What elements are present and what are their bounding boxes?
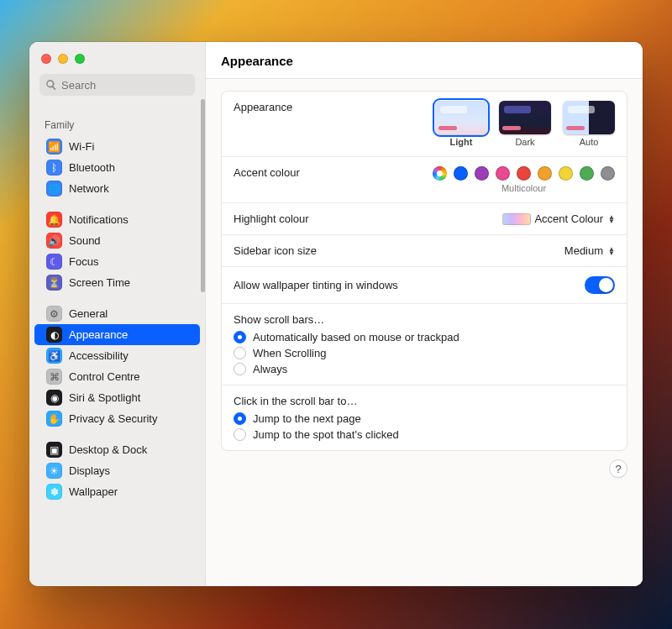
appearance-option-light[interactable]: Light [435,101,487,147]
sidebar-item-bluetooth[interactable]: ᛒBluetooth [34,157,200,178]
scrollbars-radio-group: Automatically based on mouse or trackpad… [234,331,459,375]
sidebar-item-label: Siri & Spotlight [69,391,140,404]
wifi-icon: 📶 [46,139,62,155]
sound-icon: 🔊 [46,233,62,249]
sidebar-item-siri[interactable]: ◉Siri & Spotlight [34,387,200,408]
click-scroll-label: Click in the scroll bar to… [234,395,357,407]
sidebar-item-focus[interactable]: ☾Focus [34,251,200,272]
accent-caption: Multicolour [433,183,615,193]
row-wallpaper-tinting: Allow wallpaper tinting in windows [222,267,627,304]
minimize-button[interactable] [58,54,68,64]
accent-label: Accent colour [234,166,300,179]
highlight-select[interactable]: Accent Colour ▲▼ [502,212,615,225]
row-sidebar-icon-size: Sidebar icon size Medium ▲▼ [222,235,627,267]
sidebar-item-label: Wi-Fi [69,140,94,153]
page-title: Appearance [206,42,643,79]
sidebar-scrollbar[interactable] [200,99,205,586]
appearance-icon: ◐ [46,327,62,343]
sidebar-icon-label: Sidebar icon size [234,244,317,257]
accent-swatch[interactable] [601,166,615,181]
tinting-toggle[interactable] [585,276,615,294]
sidebar-item-label: Wallpaper [69,485,118,498]
sidebar-section-family: Family [29,101,205,136]
sidebar-item-network[interactable]: 🌐Network [34,178,200,199]
sidebar-scrollbar-thumb[interactable] [201,99,205,292]
window-controls [29,42,205,72]
sidebar-item-appearance[interactable]: ◐Appearance [34,324,200,345]
accent-swatch[interactable] [538,166,552,181]
sidebar-item-label: Displays [69,464,110,477]
gear-icon: ⚙ [46,306,62,322]
sidebar-item-controlcentre[interactable]: ⌘Control Centre [34,366,200,387]
appearance-thumbnail-icon [499,101,551,134]
radio-label: When Scrolling [253,347,326,359]
radio-option[interactable]: When Scrolling [234,347,459,359]
accessibility-icon: ♿ [46,348,62,364]
focus-icon: ☾ [46,254,62,270]
radio-icon [234,331,246,343]
accent-swatch[interactable] [580,166,594,181]
row-scrollbars: Show scroll bars… Automatically based on… [222,304,627,385]
appearance-option-auto[interactable]: Auto [563,101,615,147]
accent-swatch[interactable] [454,166,468,181]
sidebar-item-label: Focus [69,255,98,268]
row-accent: Accent colour Multicolour [222,157,627,203]
sidebar-item-label: Control Centre [69,370,140,383]
appearance-label: Appearance [234,101,292,113]
sidebar-item-label: Privacy & Security [69,412,157,425]
accent-swatch[interactable] [433,166,447,181]
sidebar-item-gear[interactable]: ⚙General [34,303,200,324]
appearance-option-label: Dark [515,137,534,147]
privacy-icon: ✋ [46,411,62,427]
sidebar-item-sound[interactable]: 🔊Sound [34,230,200,251]
sidebar-item-label: Appearance [69,328,128,341]
highlight-label: Highlight colour [234,212,309,225]
sidebar-item-dock[interactable]: ▣Desktop & Dock [34,439,200,460]
radio-icon [234,347,246,359]
radio-option[interactable]: Automatically based on mouse or trackpad [234,331,459,343]
radio-icon [234,412,246,425]
radio-label: Always [253,363,287,375]
dock-icon: ▣ [46,442,62,458]
appearance-option-dark[interactable]: Dark [499,101,551,147]
accent-swatch[interactable] [475,166,489,181]
accent-swatch[interactable] [517,166,531,181]
radio-option[interactable]: Jump to the spot that's clicked [234,428,399,441]
zoom-button[interactable] [75,54,85,64]
sidebar-item-displays[interactable]: ☀Displays [34,460,200,481]
appearance-option-label: Light [450,137,473,147]
controlcentre-icon: ⌘ [46,369,62,385]
sidebar-item-wallpaper[interactable]: ✽Wallpaper [34,481,200,502]
siri-icon: ◉ [46,390,62,406]
sidebar-icon-select[interactable]: Medium ▲▼ [564,244,615,257]
search-input[interactable] [39,74,195,96]
sidebar-item-wifi[interactable]: 📶Wi-Fi [34,136,200,157]
close-button[interactable] [41,54,51,64]
radio-option[interactable]: Always [234,363,459,375]
sidebar-item-screentime[interactable]: ⏳Screen Time [34,272,200,293]
sidebar-scroll[interactable]: Family 📶Wi-FiᛒBluetooth🌐Network🔔Notifica… [29,101,205,586]
accent-swatch[interactable] [496,166,510,181]
radio-label: Jump to the next page [253,412,361,425]
help-button[interactable]: ? [609,459,627,478]
settings-window: Family 📶Wi-FiᛒBluetooth🌐Network🔔Notifica… [29,42,643,586]
chevron-updown-icon: ▲▼ [608,215,615,223]
appearance-panel: Appearance LightDarkAuto Accent colour M… [221,91,627,451]
row-appearance: Appearance LightDarkAuto [222,92,627,157]
radio-icon [234,428,246,441]
sidebar-item-bell[interactable]: 🔔Notifications [34,209,200,230]
appearance-thumbnail-icon [563,101,615,134]
scrollbars-label: Show scroll bars… [234,313,324,326]
sidebar-item-label: Bluetooth [69,161,115,174]
search-icon [45,79,57,91]
network-icon: 🌐 [46,181,62,197]
bell-icon: 🔔 [46,212,62,228]
sidebar-item-accessibility[interactable]: ♿Accessibility [34,345,200,366]
content-scroll[interactable]: Appearance LightDarkAuto Accent colour M… [206,79,643,586]
accent-swatch[interactable] [559,166,573,181]
sidebar-item-label: Desktop & Dock [69,443,147,456]
accent-swatches [433,166,615,181]
sidebar-item-privacy[interactable]: ✋Privacy & Security [34,408,200,429]
radio-option[interactable]: Jump to the next page [234,412,399,425]
search-field[interactable] [39,74,195,96]
